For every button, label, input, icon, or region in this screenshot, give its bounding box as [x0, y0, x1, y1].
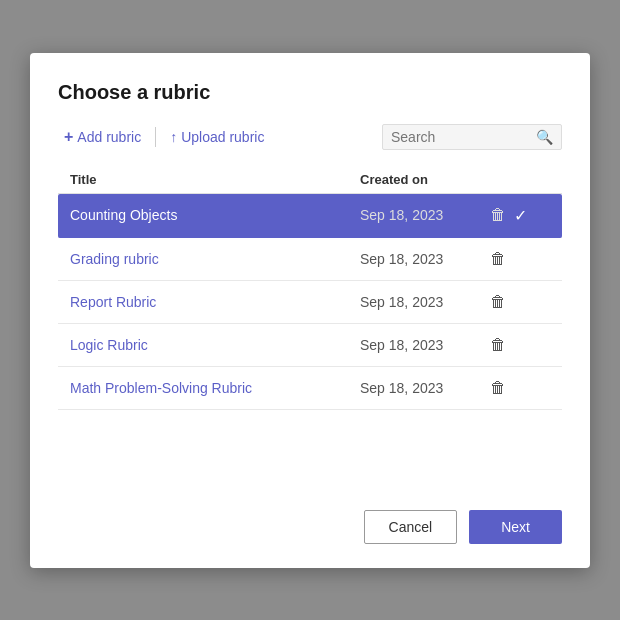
add-rubric-label: Add rubric — [77, 129, 141, 145]
row-date: Sep 18, 2023 — [360, 337, 490, 353]
search-icon: 🔍 — [536, 129, 553, 145]
table-row[interactable]: Grading rubricSep 18, 2023🗑 — [58, 238, 562, 281]
choose-rubric-modal: Choose a rubric + Add rubric ↑ Upload ru… — [30, 53, 590, 568]
next-button[interactable]: Next — [469, 510, 562, 544]
modal-footer: Cancel Next — [58, 510, 562, 544]
col-title-header: Title — [70, 172, 360, 187]
table-header: Title Created on — [58, 166, 562, 194]
search-input[interactable] — [391, 129, 530, 145]
cancel-button[interactable]: Cancel — [364, 510, 458, 544]
upload-rubric-label: Upload rubric — [181, 129, 264, 145]
empty-area — [58, 410, 562, 490]
row-date: Sep 18, 2023 — [360, 207, 490, 223]
search-box: 🔍 — [382, 124, 562, 150]
row-actions: 🗑 — [490, 250, 550, 268]
modal-overlay: Choose a rubric + Add rubric ↑ Upload ru… — [0, 0, 620, 620]
table-row[interactable]: Logic RubricSep 18, 2023🗑 — [58, 324, 562, 367]
trash-icon[interactable]: 🗑 — [490, 206, 506, 224]
col-created-header: Created on — [360, 172, 490, 187]
trash-icon[interactable]: 🗑 — [490, 250, 506, 268]
toolbar-left: + Add rubric ↑ Upload rubric — [58, 124, 382, 150]
upload-rubric-button[interactable]: ↑ Upload rubric — [164, 125, 270, 149]
row-actions: 🗑 — [490, 336, 550, 354]
row-date: Sep 18, 2023 — [360, 251, 490, 267]
row-actions: 🗑 — [490, 293, 550, 311]
rubric-table: Counting ObjectsSep 18, 2023🗑✓Grading ru… — [58, 194, 562, 410]
check-icon: ✓ — [514, 206, 527, 225]
row-actions: 🗑 — [490, 379, 550, 397]
toolbar-divider — [155, 127, 156, 147]
toolbar: + Add rubric ↑ Upload rubric 🔍 — [58, 124, 562, 150]
row-title: Report Rubric — [70, 294, 360, 310]
trash-icon[interactable]: 🗑 — [490, 293, 506, 311]
row-date: Sep 18, 2023 — [360, 380, 490, 396]
table-row[interactable]: Report RubricSep 18, 2023🗑 — [58, 281, 562, 324]
row-title: Counting Objects — [70, 207, 360, 223]
row-actions: 🗑✓ — [490, 206, 550, 225]
table-row[interactable]: Counting ObjectsSep 18, 2023🗑✓ — [58, 194, 562, 238]
row-date: Sep 18, 2023 — [360, 294, 490, 310]
modal-title: Choose a rubric — [58, 81, 562, 104]
row-title: Grading rubric — [70, 251, 360, 267]
upload-arrow-icon: ↑ — [170, 129, 177, 145]
trash-icon[interactable]: 🗑 — [490, 379, 506, 397]
row-title: Logic Rubric — [70, 337, 360, 353]
add-rubric-button[interactable]: + Add rubric — [58, 124, 147, 150]
table-row[interactable]: Math Problem-Solving RubricSep 18, 2023🗑 — [58, 367, 562, 410]
plus-icon: + — [64, 128, 73, 146]
trash-icon[interactable]: 🗑 — [490, 336, 506, 354]
row-title: Math Problem-Solving Rubric — [70, 380, 360, 396]
